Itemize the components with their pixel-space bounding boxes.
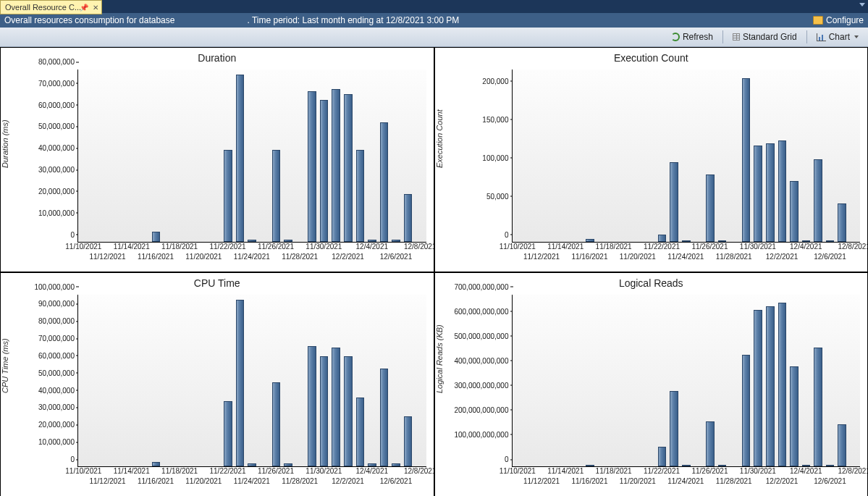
x-tick: 12/2/2021 [766, 253, 799, 261]
bar[interactable] [838, 424, 846, 466]
bar[interactable] [766, 306, 775, 466]
bar[interactable] [586, 465, 594, 466]
chevron-down-icon [854, 35, 859, 38]
x-tick: 12/6/2021 [380, 253, 413, 261]
x-tick: 11/18/2021 [161, 467, 198, 475]
bar[interactable] [308, 346, 316, 466]
window-tab[interactable]: Overall Resource C... 📌 ✕ [0, 0, 102, 14]
chart-button[interactable]: Chart [810, 30, 865, 44]
configure-button[interactable]: Configure [813, 13, 864, 28]
bar[interactable] [344, 356, 353, 466]
bar[interactable] [814, 159, 822, 242]
bar[interactable] [356, 398, 365, 466]
bar[interactable] [248, 463, 256, 466]
bar[interactable] [658, 447, 667, 466]
bar[interactable] [826, 240, 835, 242]
close-icon[interactable]: ✕ [93, 1, 98, 14]
bar[interactable] [658, 235, 667, 242]
x-tick: 12/4/2021 [356, 243, 389, 251]
bar[interactable] [308, 91, 316, 242]
y-tick: 0 [505, 455, 509, 463]
bar[interactable] [368, 240, 376, 242]
bar[interactable] [380, 122, 389, 242]
bar[interactable] [320, 356, 329, 466]
title-bar: Overall Resource C... 📌 ✕ [0, 0, 868, 13]
bar[interactable] [670, 162, 678, 242]
bar[interactable] [380, 369, 389, 466]
bar[interactable] [392, 463, 400, 466]
bar[interactable] [392, 240, 400, 242]
bar[interactable] [320, 100, 329, 242]
y-tick: 100,000,000,000 [454, 430, 508, 438]
bar[interactable] [284, 240, 292, 242]
bar[interactable] [152, 232, 161, 241]
bar[interactable] [682, 465, 691, 466]
bar[interactable] [404, 194, 413, 241]
x-tick: 11/16/2021 [571, 477, 607, 485]
grid-icon [733, 33, 740, 41]
bar[interactable] [224, 401, 232, 466]
standard-grid-button[interactable]: Standard Grid [726, 30, 804, 44]
bar[interactable] [766, 143, 775, 241]
bar[interactable] [272, 382, 281, 466]
bar[interactable] [814, 348, 822, 466]
window-menu-caret-icon[interactable] [859, 3, 865, 7]
bar[interactable] [368, 463, 376, 466]
x-tick: 12/6/2021 [814, 253, 846, 261]
y-tick: 600,000,000,000 [454, 307, 508, 315]
bar[interactable] [248, 240, 256, 242]
plot-area[interactable] [512, 70, 861, 243]
x-tick: 12/2/2021 [332, 477, 364, 485]
bar[interactable] [790, 366, 799, 466]
bar[interactable] [586, 239, 594, 241]
bar[interactable] [802, 465, 811, 466]
bar[interactable] [778, 140, 787, 241]
x-tick: 12/6/2021 [380, 477, 413, 485]
bar[interactable] [778, 303, 787, 466]
x-tick: 11/20/2021 [185, 477, 222, 485]
bar[interactable] [790, 181, 799, 241]
pin-icon[interactable]: 📌 [80, 1, 88, 14]
bar[interactable] [826, 465, 835, 466]
bar[interactable] [802, 240, 811, 242]
bar[interactable] [754, 310, 762, 466]
bar[interactable] [718, 240, 727, 242]
bar[interactable] [236, 300, 245, 466]
bar[interactable] [670, 391, 678, 467]
bar[interactable] [742, 355, 751, 466]
bar[interactable] [152, 462, 161, 466]
bar[interactable] [272, 150, 281, 241]
bar[interactable] [332, 348, 340, 466]
plot-area[interactable] [77, 295, 426, 468]
bar[interactable] [356, 150, 365, 241]
y-tick: 10,000,000 [38, 438, 75, 446]
chart-panel-exec_count: Execution CountExecution Count050,000100… [434, 47, 869, 272]
bar[interactable] [284, 463, 292, 466]
bar[interactable] [742, 78, 751, 242]
x-tick: 11/20/2021 [620, 253, 656, 261]
y-tick: 10,000,000 [38, 209, 75, 217]
x-tick: 11/24/2021 [234, 477, 270, 485]
bar[interactable] [838, 203, 846, 242]
x-tick: 12/8/2021 [404, 467, 434, 475]
bar[interactable] [332, 89, 340, 242]
bar[interactable] [682, 240, 691, 242]
y-axis-label: Logical Reads (KB) [435, 324, 444, 393]
bar[interactable] [718, 465, 727, 466]
y-tick: 50,000,000 [38, 369, 75, 377]
chart-grid: DurationDuration (ms)010,000,00020,000,0… [0, 47, 868, 496]
bar[interactable] [404, 416, 413, 466]
refresh-button[interactable]: Refresh [665, 30, 720, 44]
bar[interactable] [706, 175, 715, 242]
plot-area[interactable] [512, 295, 861, 468]
x-tick: 11/16/2021 [571, 253, 607, 261]
bar[interactable] [236, 75, 245, 241]
y-tick: 0 [70, 230, 75, 238]
bar[interactable] [224, 150, 232, 241]
bar[interactable] [754, 146, 762, 242]
x-tick: 11/18/2021 [596, 243, 632, 251]
bar[interactable] [344, 94, 353, 241]
x-tick: 11/30/2021 [740, 243, 776, 251]
plot-area[interactable] [77, 70, 426, 243]
bar[interactable] [706, 421, 715, 466]
